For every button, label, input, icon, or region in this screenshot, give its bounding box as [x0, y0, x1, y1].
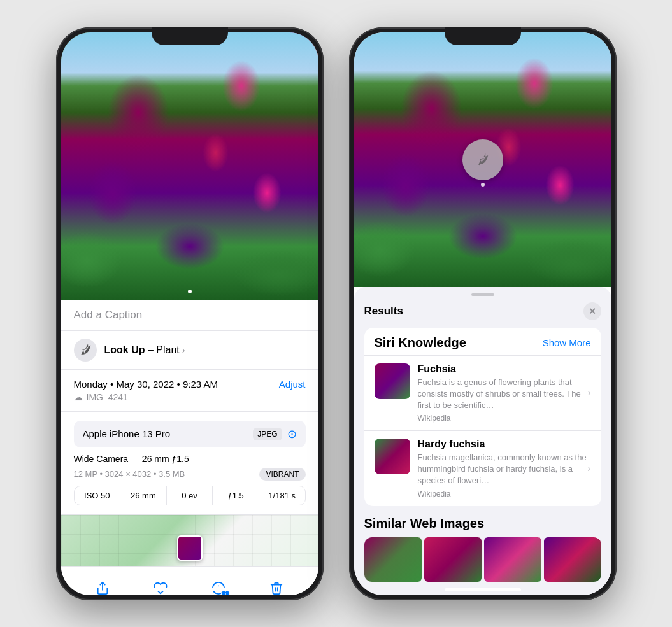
hardy-fuchsia-result-text: Hardy fuchsia Fuchsia magellanica, commo…: [418, 439, 591, 498]
location-icon: ⊙: [287, 427, 297, 441]
siri-visual-badge: [462, 139, 503, 180]
hardy-fuchsia-name: Hardy fuchsia: [418, 439, 591, 450]
filename: IMG_4241: [87, 392, 128, 402]
results-title: Results: [364, 305, 403, 318]
home-bar: [152, 588, 228, 591]
camera-row: Wide Camera — 26 mm ƒ1.5: [74, 454, 306, 464]
photo-image: [61, 32, 318, 300]
siri-knowledge-section: Siri Knowledge Show More Fuchsia Fuchsia…: [364, 328, 601, 506]
siri-dot: [481, 183, 485, 187]
file-row: 12 MP • 3024 × 4032 • 3.5 MB VIBRANT: [74, 468, 306, 481]
fuchsia-chevron: ›: [587, 387, 590, 398]
right-volume-up-button[interactable]: [349, 116, 350, 143]
right-screen: Results ✕ Siri Knowledge Show More: [354, 32, 611, 595]
dot-1: [188, 290, 192, 293]
right-power-button[interactable]: [616, 129, 617, 167]
fuchsia-name: Fuchsia: [418, 363, 591, 375]
fuchsia-result-item[interactable]: Fuchsia Fuchsia is a genus of flowering …: [364, 355, 601, 431]
exif-mm: 26 mm: [120, 486, 167, 505]
fuchsia-source: Wikipedia: [418, 414, 591, 423]
fuchsia-description: Fuchsia is a genus of flowering plants t…: [418, 377, 591, 412]
siri-knowledge-header: Siri Knowledge Show More: [364, 328, 601, 355]
right-volume-down-button[interactable]: [349, 152, 350, 179]
date-text: Monday • May 30, 2022 • 9:23 AM: [74, 379, 218, 390]
device-badges: JPEG ⊙: [253, 427, 296, 441]
lookup-label: Look Up – Plant›: [104, 344, 185, 356]
results-content[interactable]: Siri Knowledge Show More Fuchsia Fuchsia…: [354, 328, 611, 595]
adjust-button[interactable]: Adjust: [279, 379, 306, 390]
right-home-bar: [445, 588, 521, 591]
map-area[interactable]: [61, 515, 318, 566]
right-screen-content: Results ✕ Siri Knowledge Show More: [354, 32, 611, 595]
silent-button[interactable]: [56, 91, 57, 109]
volume-down-button[interactable]: [56, 152, 57, 179]
web-image-2[interactable]: [424, 537, 482, 582]
lookup-row[interactable]: Look Up – Plant›: [61, 331, 318, 370]
hardy-fuchsia-description: Fuchsia magellanica, commonly known as t…: [418, 452, 591, 487]
share-button[interactable]: [89, 574, 117, 595]
lookup-icon-wrap: [74, 339, 97, 362]
left-screen-content: Add a Caption Look Up – Plant› Monday • …: [61, 32, 318, 595]
hardy-thumb-image: [375, 439, 410, 474]
file-info: 12 MP • 3024 × 4032 • 3.5 MB: [74, 469, 185, 479]
filename-row: ☁ IMG_4241: [74, 392, 306, 402]
device-section: Apple iPhone 13 Pro JPEG ⊙ Wide Camera —…: [61, 412, 318, 515]
results-header: Results ✕: [354, 300, 611, 328]
hardy-fuchsia-result-item[interactable]: Hardy fuchsia Fuchsia magellanica, commo…: [364, 430, 601, 506]
fuchsia-result-text: Fuchsia Fuchsia is a genus of flowering …: [418, 363, 591, 423]
share-icon: [96, 581, 110, 595]
cloud-icon: ☁: [74, 392, 83, 402]
device-header: Apple iPhone 13 Pro JPEG ⊙: [74, 421, 306, 447]
volume-up-button[interactable]: [56, 116, 57, 143]
left-screen: Add a Caption Look Up – Plant› Monday • …: [61, 32, 318, 595]
exif-aperture: ƒ1.5: [213, 486, 259, 505]
photo-area[interactable]: [61, 32, 318, 300]
right-silent-button[interactable]: [349, 91, 350, 109]
siri-leaf-icon: [476, 153, 489, 166]
web-images-title: Similar Web Images: [364, 516, 601, 531]
siri-knowledge-title: Siri Knowledge: [375, 335, 466, 350]
fuchsia-thumbnail: [375, 363, 410, 399]
left-phone: Add a Caption Look Up – Plant› Monday • …: [56, 27, 324, 600]
map-thumbnail: [177, 535, 203, 561]
close-button[interactable]: ✕: [583, 302, 601, 320]
trash-icon: [269, 581, 283, 595]
leaf-icon: [79, 344, 92, 356]
power-button[interactable]: [323, 129, 324, 167]
caption-placeholder[interactable]: Add a Caption: [74, 309, 143, 321]
info-button[interactable]: i: [204, 574, 232, 595]
vibrant-badge: VIBRANT: [259, 468, 305, 481]
exif-iso: ISO 50: [75, 486, 121, 505]
trash-button[interactable]: [262, 574, 290, 595]
device-name: Apple iPhone 13 Pro: [83, 428, 171, 439]
web-image-1[interactable]: [364, 537, 422, 582]
results-sheet: Results ✕ Siri Knowledge Show More: [354, 287, 611, 595]
exif-row: ISO 50 26 mm 0 ev ƒ1.5 1/181 s: [74, 486, 306, 505]
hardy-fuchsia-source: Wikipedia: [418, 490, 591, 498]
date-info-section: Monday • May 30, 2022 • 9:23 AM Adjust ☁…: [61, 370, 318, 412]
fuchsia-thumb-image: [375, 363, 410, 399]
heart-button[interactable]: [147, 574, 175, 595]
exif-ev: 0 ev: [167, 486, 213, 505]
photo-page-dots: [188, 290, 192, 293]
date-row: Monday • May 30, 2022 • 9:23 AM Adjust: [74, 379, 306, 390]
right-phone: Results ✕ Siri Knowledge Show More: [349, 27, 617, 600]
right-photo-area: [354, 32, 611, 287]
web-image-4[interactable]: [544, 537, 601, 582]
caption-area[interactable]: Add a Caption: [61, 300, 318, 331]
web-image-3[interactable]: [484, 537, 541, 582]
jpeg-badge: JPEG: [253, 428, 282, 440]
web-images-grid[interactable]: [364, 537, 601, 582]
show-more-button[interactable]: Show More: [543, 337, 591, 348]
hardy-fuchsia-thumbnail: [375, 439, 410, 474]
exif-shutter: 1/181 s: [259, 486, 305, 505]
sheet-handle[interactable]: [471, 293, 494, 296]
hardy-fuchsia-chevron: ›: [587, 463, 590, 474]
web-images-section: Similar Web Images: [364, 516, 601, 582]
